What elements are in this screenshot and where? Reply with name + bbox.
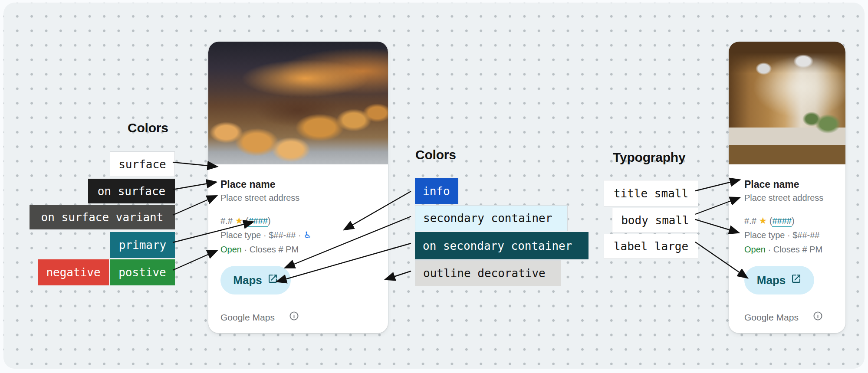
open-status: Open <box>220 245 242 254</box>
paren-close: ) <box>792 216 795 226</box>
review-count-link[interactable]: #### <box>248 216 268 227</box>
bakery-photo[interactable] <box>208 42 388 164</box>
cafe-photo[interactable] <box>729 42 845 164</box>
left-colors-heading: Colors <box>128 121 168 135</box>
maps-button[interactable]: Maps <box>220 266 291 294</box>
rating-value: #.# <box>220 216 233 226</box>
info-icon[interactable] <box>289 311 299 324</box>
typo-body-small: body small <box>612 208 698 233</box>
rating-line: #.# ★ (####) <box>744 214 795 227</box>
place-card-bakery: Place name Place street address #.# ★ (#… <box>208 42 388 333</box>
mid-colors-heading: Colors <box>415 147 456 162</box>
swatch-secondary-container: secondary container <box>415 205 568 231</box>
swatch-info: info <box>415 178 458 204</box>
google-maps-label: Google Maps <box>220 312 275 323</box>
type-price: Place type · $##-## · <box>220 230 301 240</box>
google-maps-footer[interactable]: Google Maps <box>744 311 823 324</box>
type-price: Place type · $##-## <box>744 230 819 240</box>
hours-rest: · Closes # PM <box>768 245 823 254</box>
swatch-negative: negative <box>38 259 109 285</box>
rating-line: #.# ★ (####) <box>220 214 271 227</box>
typo-title-small: title small <box>604 180 698 207</box>
maps-button-label: Maps <box>757 274 786 287</box>
place-street-address: Place street address <box>220 192 299 203</box>
external-link-icon <box>791 273 802 287</box>
swatch-surface: surface <box>110 151 175 177</box>
star-icon: ★ <box>235 216 243 226</box>
swatch-on-secondary-container: on secondary container <box>415 232 589 259</box>
swatch-postive: postive <box>110 259 175 285</box>
place-name[interactable]: Place name <box>744 178 799 191</box>
swatch-primary: primary <box>110 232 175 258</box>
place-type-line: Place type · $##-## <box>744 229 819 242</box>
place-name[interactable]: Place name <box>220 178 276 191</box>
design-spec-canvas: { "headings": { "left_colors": "Colors",… <box>0 0 868 373</box>
external-link-icon <box>267 273 278 287</box>
wheelchair-icon: ♿ <box>303 230 312 240</box>
place-card-cafe: Place name Place street address #.# ★ (#… <box>729 42 845 333</box>
dotted-panel: Colors Colors Typography surface on surf… <box>3 3 865 369</box>
google-maps-label: Google Maps <box>744 312 799 323</box>
review-count-link[interactable]: #### <box>772 216 792 227</box>
typography-heading: Typography <box>613 150 685 165</box>
swatch-on-surface: on surface <box>88 179 175 203</box>
star-icon: ★ <box>759 216 767 226</box>
paren-close: ) <box>268 216 271 226</box>
place-type-line: Place type · $##-## · ♿ <box>220 229 312 242</box>
swatch-outline-decorative: outline decorative <box>415 260 561 286</box>
google-maps-footer[interactable]: Google Maps <box>220 311 299 324</box>
maps-button-label: Maps <box>233 274 262 287</box>
swatch-on-surface-variant: on surface variant <box>30 205 175 229</box>
open-status: Open <box>744 245 766 254</box>
place-street-address: Place street address <box>744 192 823 203</box>
hours-line: Open · Closes # PM <box>744 243 822 256</box>
hours-rest: · Closes # PM <box>244 245 299 254</box>
hours-line: Open · Closes # PM <box>220 243 299 256</box>
maps-button[interactable]: Maps <box>744 266 814 294</box>
info-icon[interactable] <box>813 311 823 324</box>
typo-label-large: label large <box>604 234 698 259</box>
rating-value: #.# <box>744 216 756 226</box>
